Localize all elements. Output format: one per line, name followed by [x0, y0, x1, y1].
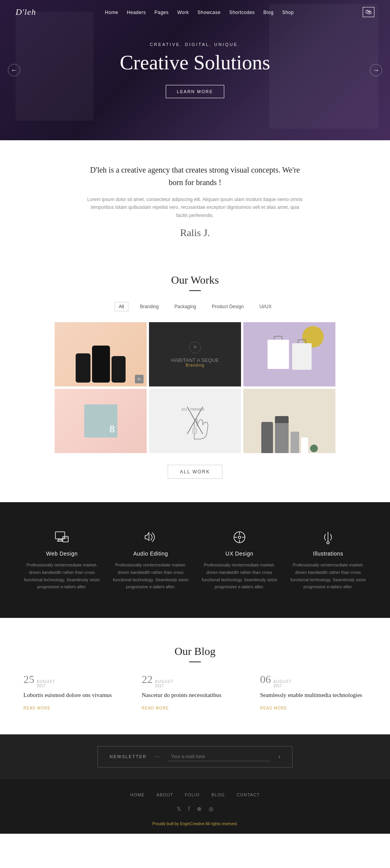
navbar-menu: Home Headers Pages Work Showcase Shortco…: [105, 9, 294, 16]
service-ux-design: UX Design Professionally reintermediate …: [201, 529, 278, 591]
svg-point-15: [327, 542, 329, 544]
works-divider: [189, 290, 201, 291]
work-item-3[interactable]: [243, 322, 335, 386]
hero-subtitle: CREATIVE. DIGITAL. UNIQUE.: [120, 42, 270, 47]
footer-menu: HOME ABOUT FOLIO BLOG CONTACT: [23, 791, 367, 798]
work-item-5-content: 2017 TRENDS: [179, 401, 211, 441]
nav-work[interactable]: Work: [177, 10, 189, 15]
service-web-design-title: Web Design: [23, 550, 101, 557]
work-item-1-badge: Ps: [135, 375, 144, 383]
bag-2-body: [292, 343, 312, 370]
filter-packaging[interactable]: Packaging: [170, 302, 200, 311]
work-item-2-label: HABITANT A SEQUE: [171, 357, 219, 363]
blog-post-3-day: 06: [260, 673, 271, 686]
bag-1-handle: [274, 336, 282, 340]
social-facebook-icon[interactable]: f: [188, 806, 190, 812]
blog-post-2-title: Nascetur do proints necessitatibus: [142, 691, 248, 699]
service-illustrations: Illustrations Professionally reintermedi…: [290, 529, 367, 591]
blog-post-1-read-more[interactable]: Read More: [23, 706, 51, 710]
footer-nav-about[interactable]: ABOUT: [156, 792, 173, 797]
service-ux-design-text: Professionally reintermediate market-dri…: [201, 561, 278, 591]
footer-nav-home[interactable]: HOME: [130, 792, 145, 797]
filter-ui-ux[interactable]: Ui/UX: [255, 302, 275, 311]
hand-watch-illustration: 2017 TRENDS: [179, 401, 211, 440]
service-illustrations-text: Professionally reintermediate market-dri…: [290, 561, 367, 591]
footer-nav-folio[interactable]: FOLIO: [185, 792, 200, 797]
work-item-4[interactable]: 8: [55, 389, 147, 453]
filter-all[interactable]: All: [115, 302, 128, 311]
work-bags-mock: [243, 322, 335, 386]
work-item-2[interactable]: + HABITANT A SEQUE Branding: [149, 322, 241, 386]
svg-rect-4: [55, 532, 65, 539]
hero-next-arrow[interactable]: →: [370, 64, 382, 76]
nav-blog[interactable]: Blog: [263, 10, 273, 15]
service-audio-editing: Audio Editing Professionally reintermedi…: [112, 529, 190, 591]
filter-branding[interactable]: Branding: [136, 302, 163, 311]
blog-section: Our Blog 25 AUGUST 2017 Lobortis euismod…: [0, 618, 390, 734]
nav-home[interactable]: Home: [105, 10, 118, 15]
svg-point-10: [238, 536, 241, 538]
social-instagram-icon[interactable]: ◎: [209, 806, 213, 812]
hero-prev-arrow[interactable]: ←: [8, 64, 20, 76]
social-twitter-icon[interactable]: 𝕏: [177, 806, 181, 812]
social-dribbble-icon[interactable]: ⊕: [197, 806, 202, 812]
service-audio-editing-title: Audio Editing: [112, 550, 190, 557]
footer-nav-blog[interactable]: BLOG: [211, 792, 225, 797]
blog-post-2-day: 22: [142, 673, 152, 686]
footer-nav-contact[interactable]: CONTACT: [237, 792, 260, 797]
nav-headers[interactable]: Headers: [127, 10, 146, 15]
cart-icon[interactable]: 🛍: [363, 7, 374, 17]
work-item-2-sublabel: Branding: [186, 363, 204, 367]
work-item-1[interactable]: Ps: [55, 322, 147, 386]
navbar-logo[interactable]: D'leh: [16, 7, 36, 17]
blog-post-2-month: AUGUST: [155, 679, 174, 684]
service-illustrations-title: Illustrations: [290, 550, 367, 557]
blog-post-3-read-more[interactable]: Read More: [260, 706, 287, 710]
works-grid: Ps + HABITANT A SEQUE Branding: [55, 322, 335, 453]
ux-design-icon: [232, 529, 247, 545]
newsletter-box: NEWSLETTER — ›: [98, 746, 292, 767]
blog-post-3-title: Seamlessly enable multimedia technologie…: [260, 691, 367, 699]
box-number: 8: [110, 423, 115, 435]
navbar: D'leh Home Headers Pages Work Showcase S…: [0, 0, 390, 24]
bag-1-body: [268, 340, 289, 369]
blog-post-3-date: 06 AUGUST 2017: [260, 673, 367, 688]
service-web-design: Web Design Professionally reintermediate…: [23, 529, 101, 591]
svg-rect-3: [193, 428, 197, 434]
filter-product-design[interactable]: Product Design: [208, 302, 248, 311]
blog-post-2-year: 2017: [155, 684, 174, 688]
works-section-title: Our Works: [16, 274, 374, 286]
box-body: 8: [84, 404, 117, 438]
hero-cta-button[interactable]: LEARN MORE: [166, 85, 225, 98]
work-item-6[interactable]: [243, 389, 335, 453]
newsletter-email-input[interactable]: [168, 752, 270, 761]
footer-copy-rights: All rights reserved.: [206, 822, 238, 826]
nav-shortcodes[interactable]: Shortcodes: [229, 10, 255, 15]
newsletter-divider: —: [154, 753, 160, 760]
service-ux-design-title: UX Design: [201, 550, 278, 557]
hero-content: CREATIVE. DIGITAL. UNIQUE. Creative Solu…: [120, 42, 270, 98]
svg-rect-7: [63, 536, 68, 542]
newsletter-submit-button[interactable]: ›: [278, 753, 280, 760]
all-work-container: ALL WORK: [16, 465, 374, 479]
nav-pages[interactable]: Pages: [154, 10, 169, 15]
bag-1: [268, 340, 289, 369]
work-box-mock: 8: [55, 389, 147, 453]
footer: HOME ABOUT FOLIO BLOG CONTACT 𝕏 f ⊕ ◎ Pr…: [0, 779, 390, 834]
illustrations-icon: [320, 529, 336, 545]
bag-2: [292, 343, 312, 370]
work-item-5[interactable]: 2017 TRENDS: [149, 389, 241, 453]
bottle-cap: [275, 416, 289, 423]
blog-post-2-read-more[interactable]: Read More: [142, 706, 169, 710]
hero-deco-left: [16, 12, 94, 121]
blog-post-1-month: AUGUST: [37, 679, 55, 684]
nav-shop[interactable]: Shop: [282, 10, 294, 15]
blog-post-3-year: 2017: [273, 684, 292, 688]
blog-grid: 25 AUGUST 2017 Lobortis euismod dolore o…: [23, 673, 367, 711]
all-work-button[interactable]: ALL WORK: [168, 465, 222, 479]
svg-text:2017 TRENDS: 2017 TRENDS: [181, 408, 204, 411]
audio-editing-icon: [143, 529, 158, 545]
nav-showcase[interactable]: Showcase: [197, 10, 220, 15]
blog-post-1-date: 25 AUGUST 2017: [23, 673, 130, 688]
intro-section: D'leh is a creative agency that creates …: [0, 140, 390, 254]
